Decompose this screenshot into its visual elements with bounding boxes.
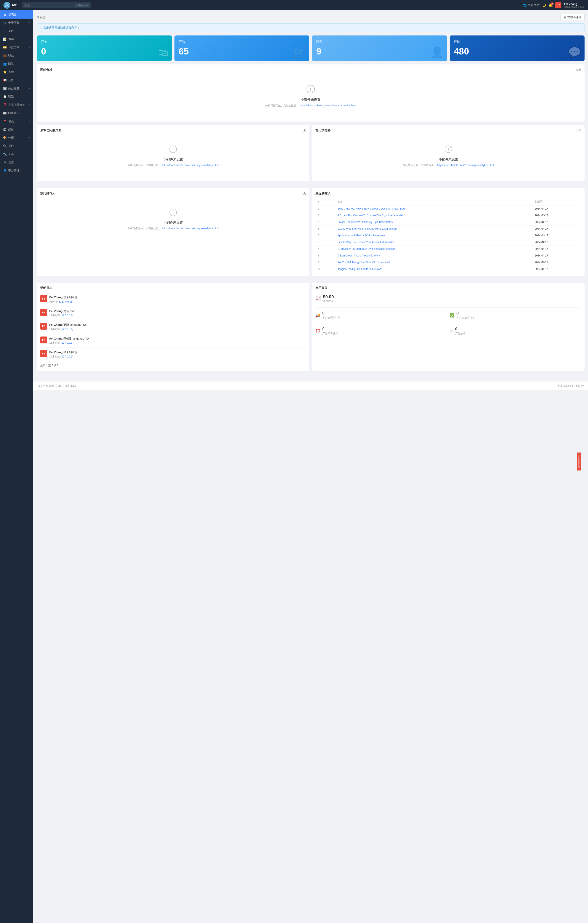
post-title[interactable]: Imagine Losing 20 Pounds In 14 Days! xyxy=(335,266,533,273)
info-banner[interactable]: ℹ 点击这里完成快速设置向导！ xyxy=(37,23,585,32)
team-icon: 👥 xyxy=(3,62,7,66)
payment-icon: 💳 xyxy=(3,46,7,49)
activity-time: 14小时前 (127.0.0.1) xyxy=(49,327,306,331)
sidebar-item-pages[interactable]: ☰ 页数 xyxy=(0,27,33,35)
dashboard-icon: ⊞ xyxy=(3,13,7,16)
sidebar-item-plugins[interactable]: 🔌 插件 xyxy=(0,142,33,150)
sidebar-label-payment: 付款方式 xyxy=(8,45,26,49)
sidebar-item-career[interactable]: 💼 职业 xyxy=(0,51,33,60)
sidebar-item-blog[interactable]: 📝 博客 ▼ xyxy=(0,35,33,43)
sidebar-item-ecommerce[interactable]: 🛒 电子商务 ▼ xyxy=(0,19,33,27)
content-area: 仪表盘 ⊞ 管理小部件 ℹ 点击这里完成快速设置向导！ 订单 0 xyxy=(33,10,588,923)
post-date: 2024-04-17 xyxy=(533,266,581,273)
top-browsers-header: 热门浏览器 今天 xyxy=(315,128,581,132)
sidebar-label-contact: 联系 xyxy=(8,95,30,99)
orders-value: 0 xyxy=(41,46,167,57)
visit-site-button[interactable]: 🌐 查看网站 xyxy=(523,3,540,7)
sidebar-label-bizservice: 商业服务 xyxy=(8,87,26,90)
activity-text: Fei Zhang 登录到系统 xyxy=(49,350,306,355)
activity-time: 15小时前 (127.0.0.1) xyxy=(49,341,306,345)
top-browsers-link[interactable]: https://docs.botble.com/cms/usage-analyt… xyxy=(437,164,493,167)
warning-icon-3: ! xyxy=(444,145,452,155)
post-date: 2024-04-17 xyxy=(533,232,581,239)
products-icon: 🛒 xyxy=(293,46,306,58)
post-title[interactable]: A Skin Cream That's Proven To Work xyxy=(335,252,533,259)
revenue-icon: 📈 xyxy=(315,296,321,301)
search-box[interactable]: ctrl/cmd + k xyxy=(22,2,91,8)
post-date: 2024-04-17 xyxy=(533,259,581,266)
two-col-activity-ecom: 活动日志 FZ Fei Zhang 登录到系统 5分钟前 (127.0.0.1)… xyxy=(37,282,585,374)
post-title[interactable]: Unlock The Secrets Of Selling High Ticke… xyxy=(335,219,533,225)
sidebar-item-tools[interactable]: 🔧 工具 ▼ xyxy=(0,150,33,158)
stat-card-reviews[interactable]: 评论 480 💬 xyxy=(450,36,585,61)
stat-card-products[interactable]: 产品 65 🛒 xyxy=(174,36,310,61)
sidebar-item-newsletter[interactable]: 📰 时事通讯 xyxy=(0,109,33,117)
sidebar-item-platform[interactable]: 👤 平台管理 xyxy=(0,166,33,175)
sidebar-item-recommend[interactable]: ⭐ 推荐 xyxy=(0,68,33,76)
post-title[interactable]: Simple Ways To Reduce Your Unwanted Wrin… xyxy=(335,239,533,246)
logo[interactable]: iori xyxy=(3,2,18,9)
table-row: 9 Are You Still Using That Slow, Old Typ… xyxy=(315,259,581,266)
most-visited-panel: 最常访问的页面 今天 ! 小部件未设置 分析凭据无效。文档在这里： https:… xyxy=(37,125,310,181)
post-title[interactable]: 10 Reasons To Start Your Own, Profitable… xyxy=(335,246,533,252)
pending-value: 0 xyxy=(322,311,341,315)
activity-user: Fei Zhang xyxy=(49,337,62,340)
svg-text:!: ! xyxy=(310,87,311,92)
top-browsers-empty-title: 小部件未设置 xyxy=(439,158,458,161)
arrow-icon-tools: ▼ xyxy=(28,153,30,156)
analytics-doc-link[interactable]: https://docs.botble.com/cms/usage-analyt… xyxy=(300,104,356,107)
customers-value: 9 xyxy=(316,46,443,57)
sidebar-item-settings[interactable]: ⚙ 设置 xyxy=(0,158,33,166)
sidebar-label-tools: 工具 xyxy=(8,152,26,156)
two-col-referrers-posts: 热门推荐人 今天 ! 小部件未设置 分析凭据无效。文档在这里： https://… xyxy=(37,188,585,279)
sidebar-item-location[interactable]: 📍 地点 ▼ xyxy=(0,117,33,125)
sidebar-item-bizservice[interactable]: 🏢 商业服务 ▼ xyxy=(0,84,33,92)
sidebar-item-team[interactable]: 👥 团队 xyxy=(0,60,33,68)
bizservice-icon: 🏢 xyxy=(3,87,7,90)
logo-text: iori xyxy=(12,3,18,7)
sidebar-label-dashboard: 仪表盘 xyxy=(8,13,30,16)
sidebar-item-announce[interactable]: 📢 公告 xyxy=(0,76,33,84)
table-row: 7 10 Reasons To Start Your Own, Profitab… xyxy=(315,246,581,252)
dark-mode-toggle[interactable]: 🌙 xyxy=(542,3,546,7)
ecommerce-revenue: 📈 $0.00 本月收入 xyxy=(315,292,581,305)
stat-card-customers[interactable]: 顾客 9 👤 xyxy=(312,36,447,61)
list-item: FZ Fei Zhang 更新 form 14小时前 (127.0.0.1) xyxy=(40,306,306,320)
notifications[interactable]: 🔔 8 xyxy=(549,3,553,7)
analytics-empty-desc: 分析凭据无效。文档在这里： https://docs.botble.com/cm… xyxy=(265,103,356,108)
post-title[interactable]: Apple iMac with Retina 5K display review xyxy=(335,232,533,239)
post-title[interactable]: 4 Expert Tips On How To Choose The Right… xyxy=(335,212,533,219)
sidebar-item-payment[interactable]: 💳 付款方式 ▼ xyxy=(0,43,33,51)
sidebar-item-faq[interactable]: ❓ 常见问题解答 ▼ xyxy=(0,101,33,109)
col-num: # xyxy=(315,198,335,205)
moon-icon: 🌙 xyxy=(542,3,546,7)
top-browsers-period[interactable]: 今天 xyxy=(576,129,581,132)
activity-avatar: FZ xyxy=(40,295,47,302)
orders-icon: 🛍 xyxy=(158,46,169,58)
post-date: 2024-04-17 xyxy=(533,246,581,252)
sidebar-item-dashboard[interactable]: ⊞ 仪表盘 xyxy=(0,10,33,19)
post-title[interactable]: Are You Still Using That Slow, Old Typew… xyxy=(335,259,533,266)
post-title[interactable]: 10,000 Web Site Visitors In One Month:Gu… xyxy=(335,225,533,232)
top-referrers-header: 热门推荐人 今天 xyxy=(40,192,306,195)
post-title[interactable]: Sexy Clutches: How to Buy & Wear a Desig… xyxy=(335,205,533,212)
sidebar-item-contact[interactable]: 📋 联系 xyxy=(0,92,33,101)
top-referrers-link[interactable]: https://docs.botble.com/cms/usage-analyt… xyxy=(162,227,218,230)
activity-avatar: FZ xyxy=(40,323,47,330)
post-num: 8 xyxy=(315,252,335,259)
ecommerce-icon: 🛒 xyxy=(3,21,7,25)
svg-text:!: ! xyxy=(172,210,174,215)
sidebar-item-media[interactable]: 🖼 媒体 xyxy=(0,125,33,134)
manage-widgets-button[interactable]: ⊞ 管理小部件 xyxy=(560,14,585,21)
activity-user: Fei Zhang xyxy=(49,296,62,299)
sidebar-item-appearance[interactable]: 🎨 外观 ▼ xyxy=(0,134,33,142)
most-visited-period[interactable]: 今天 xyxy=(301,129,306,132)
activity-content: Fei Zhang 已创建 language "ID: " 15小时前 (127… xyxy=(49,337,306,345)
most-visited-link[interactable]: https://docs.botble.com/cms/usage-analyt… xyxy=(162,164,218,167)
activity-ip: (127.0.0.1) xyxy=(61,341,73,344)
stat-card-orders[interactable]: 订单 0 🛍 xyxy=(37,36,172,61)
top-referrers-period[interactable]: 今天 xyxy=(301,192,306,195)
debug-mode-badge[interactable]: Debug Mode xyxy=(577,453,581,471)
analytics-period[interactable]: 今天 xyxy=(576,68,581,72)
activity-log-header: 活动日志 xyxy=(40,286,306,290)
